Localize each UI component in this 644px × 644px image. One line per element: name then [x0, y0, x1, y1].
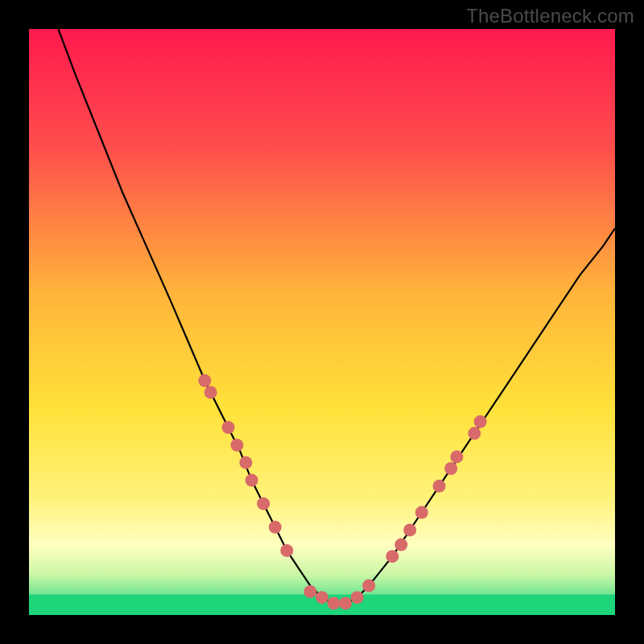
data-marker — [269, 521, 282, 534]
data-marker — [386, 550, 398, 563]
bottleneck-chart — [0, 0, 644, 644]
data-marker — [198, 374, 211, 387]
watermark-label: TheBottleneck.com — [466, 5, 634, 27]
data-marker — [468, 427, 481, 440]
data-marker — [246, 474, 258, 487]
data-marker — [230, 439, 243, 452]
data-marker — [403, 523, 416, 536]
data-marker — [474, 415, 487, 428]
data-marker — [303, 585, 316, 598]
chart-frame: TheBottleneck.com — [0, 0, 644, 644]
data-marker — [239, 456, 252, 469]
data-marker — [351, 591, 364, 604]
data-marker — [339, 597, 352, 609]
data-marker — [222, 421, 235, 434]
data-marker — [415, 506, 428, 519]
data-marker — [433, 480, 446, 493]
data-marker — [204, 386, 217, 398]
data-marker — [450, 450, 463, 463]
data-marker — [316, 591, 328, 604]
gradient-background — [29, 29, 615, 615]
data-marker — [280, 544, 293, 557]
data-marker — [444, 462, 457, 475]
data-marker — [394, 539, 407, 551]
data-marker — [257, 497, 270, 510]
data-marker — [328, 597, 341, 609]
data-marker — [362, 580, 375, 592]
